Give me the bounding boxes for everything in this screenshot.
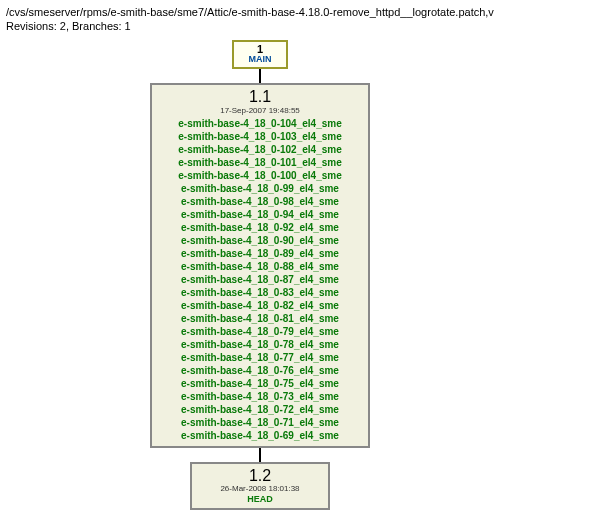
revision-tag: e-smith-base-4_18_0-77_el4_sme [160,351,360,364]
revision-tag: e-smith-base-4_18_0-82_el4_sme [160,299,360,312]
revision-1-1-tags: e-smith-base-4_18_0-104_el4_smee-smith-b… [160,117,360,442]
revision-tag: e-smith-base-4_18_0-102_el4_sme [160,143,360,156]
revision-tag: e-smith-base-4_18_0-98_el4_sme [160,195,360,208]
revision-1-1-box[interactable]: 1.1 17-Sep-2007 19:48:55 e-smith-base-4_… [150,83,370,448]
revision-1-2-head-label: HEAD [200,495,320,504]
revision-tag: e-smith-base-4_18_0-101_el4_sme [160,156,360,169]
revision-tag: e-smith-base-4_18_0-103_el4_sme [160,130,360,143]
branch-main-label: MAIN [240,55,280,64]
revision-tag: e-smith-base-4_18_0-78_el4_sme [160,338,360,351]
revision-tag: e-smith-base-4_18_0-89_el4_sme [160,247,360,260]
revision-tag: e-smith-base-4_18_0-100_el4_sme [160,169,360,182]
revision-tag: e-smith-base-4_18_0-92_el4_sme [160,221,360,234]
header-revisions: Revisions: 2, Branches: 1 [6,20,584,32]
revision-tag: e-smith-base-4_18_0-81_el4_sme [160,312,360,325]
branch-main-box[interactable]: 1 MAIN [232,40,288,69]
connector-line [259,448,261,462]
revision-tag: e-smith-base-4_18_0-76_el4_sme [160,364,360,377]
revision-tag: e-smith-base-4_18_0-87_el4_sme [160,273,360,286]
revision-1-1-title: 1.1 [160,88,360,106]
revision-tag: e-smith-base-4_18_0-83_el4_sme [160,286,360,299]
revision-1-2-date: 26-Mar-2008 18:01:38 [200,484,320,493]
revision-tag: e-smith-base-4_18_0-88_el4_sme [160,260,360,273]
revision-1-2-box[interactable]: 1.2 26-Mar-2008 18:01:38 HEAD [190,462,330,511]
connector-line [259,69,261,83]
revision-1-1-date: 17-Sep-2007 19:48:55 [160,106,360,115]
revision-tag: e-smith-base-4_18_0-99_el4_sme [160,182,360,195]
revision-tag: e-smith-base-4_18_0-72_el4_sme [160,403,360,416]
revision-tag: e-smith-base-4_18_0-69_el4_sme [160,429,360,442]
revision-tag: e-smith-base-4_18_0-104_el4_sme [160,117,360,130]
header-path: /cvs/smeserver/rpms/e-smith-base/sme7/At… [6,6,584,18]
revision-tag: e-smith-base-4_18_0-75_el4_sme [160,377,360,390]
revision-tag: e-smith-base-4_18_0-79_el4_sme [160,325,360,338]
revision-tag: e-smith-base-4_18_0-90_el4_sme [160,234,360,247]
revision-tag: e-smith-base-4_18_0-94_el4_sme [160,208,360,221]
revision-diagram: 1 MAIN 1.1 17-Sep-2007 19:48:55 e-smith-… [110,40,410,510]
revision-1-2-title: 1.2 [200,467,320,485]
revision-tag: e-smith-base-4_18_0-73_el4_sme [160,390,360,403]
revision-tag: e-smith-base-4_18_0-71_el4_sme [160,416,360,429]
